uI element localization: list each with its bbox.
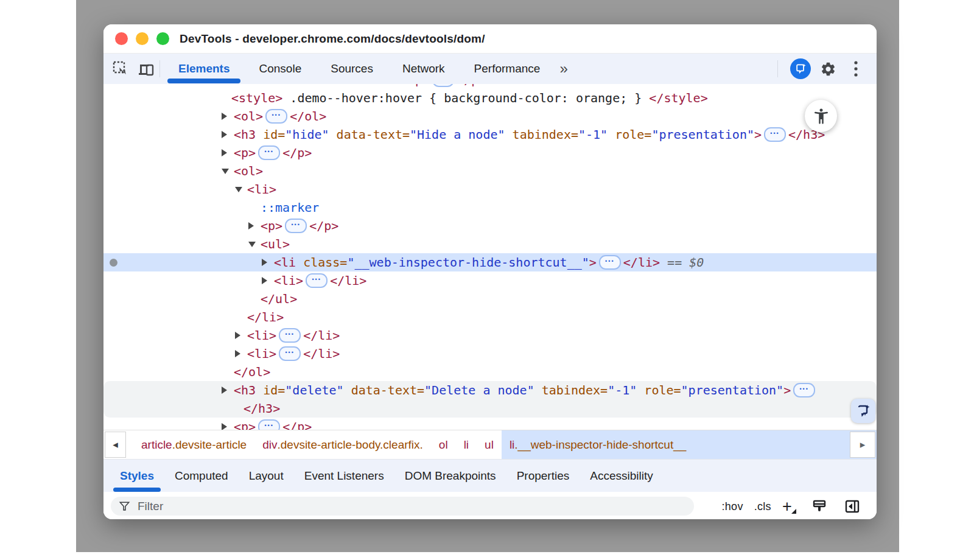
tab-network[interactable]: Network	[388, 54, 460, 84]
sidebar-tab-properties[interactable]: Properties	[506, 460, 580, 492]
collapsed-children-pill[interactable]: •••	[258, 145, 280, 160]
dom-tree-row[interactable]: <li class="__web-inspector-hide-shortcut…	[103, 253, 877, 271]
dom-tree-row[interactable]: <h3 id="delete" data-text="Delete a node…	[103, 381, 877, 399]
collapsed-children-pill[interactable]: •••	[265, 109, 287, 124]
code-tag: </p>	[309, 219, 338, 233]
dom-tree-row[interactable]: <li>•••</li>	[103, 326, 877, 345]
expand-arrow-icon[interactable]	[235, 350, 240, 357]
expand-arrow-icon[interactable]	[262, 259, 267, 266]
breadcrumb-item[interactable]: div.devsite-article-body.clearfix.	[254, 430, 431, 459]
expand-arrow-icon[interactable]	[222, 423, 227, 430]
zoom-window-button[interactable]	[156, 32, 169, 45]
breadcrumb-bar: ◂ article.devsite-articlediv.devsite-art…	[103, 430, 877, 459]
collapse-arrow-icon[interactable]	[222, 169, 229, 174]
tab-elements[interactable]: Elements	[164, 54, 244, 84]
sidebar-tab-dom-breakpoints[interactable]: DOM Breakpoints	[394, 460, 506, 492]
collapsed-children-pill[interactable]: •••	[279, 346, 301, 361]
accessibility-widget-button[interactable]	[805, 100, 837, 132]
expand-arrow-icon[interactable]	[248, 222, 254, 229]
collapse-arrow-icon[interactable]	[235, 187, 242, 192]
close-window-button[interactable]	[115, 32, 128, 45]
dom-tree-row[interactable]: </h3>	[103, 399, 877, 418]
settings-gear-icon[interactable]	[818, 59, 838, 79]
code-tag: </ul>	[261, 292, 297, 306]
breadcrumb-scroll-left-button[interactable]: ◂	[105, 432, 126, 458]
sidebar-tab-label: Styles	[120, 469, 154, 483]
breadcrumb-item[interactable]: ol	[431, 430, 456, 459]
code-tag: </style>	[649, 91, 707, 105]
expand-arrow-icon[interactable]	[262, 277, 267, 284]
dom-tree-row[interactable]: <ol>	[103, 162, 877, 180]
sidebar-tab-layout[interactable]: Layout	[239, 460, 294, 492]
filter-bar-right-group: :hov.cls+	[721, 497, 862, 516]
tab-console[interactable]: Console	[244, 54, 316, 84]
code-tag: <li>	[247, 182, 276, 197]
ellipsis-dots: •••	[307, 275, 326, 285]
collapsed-children-pill[interactable]: •••	[432, 84, 454, 87]
collapsed-children-pill[interactable]: •••	[285, 219, 307, 233]
breadcrumb-item[interactable]: li	[456, 430, 477, 459]
code-val: "Delete a node"	[424, 383, 534, 397]
breadcrumb-item[interactable]: li.__web-inspector-hide-shortcut__	[502, 430, 694, 459]
collapse-arrow-icon[interactable]	[248, 242, 256, 247]
traffic-lights	[115, 32, 169, 45]
dom-tree-row[interactable]: ::marker	[103, 198, 877, 217]
code-tag: <li>	[247, 346, 276, 361]
kebab-menu-icon[interactable]	[846, 59, 866, 79]
dom-tree-row[interactable]: <li>	[103, 180, 877, 198]
dom-rows: <p>•••</p><style> .demo--hover:hover { b…	[103, 84, 877, 430]
collapsed-children-pill[interactable]: •••	[764, 127, 786, 142]
inspect-element-icon[interactable]	[111, 59, 130, 79]
expand-arrow-icon[interactable]	[235, 332, 240, 339]
dom-tree-row[interactable]: <p>•••</p>	[103, 418, 877, 430]
toggle-cls[interactable]: .cls	[754, 500, 771, 513]
device-toolbar-icon[interactable]	[136, 59, 156, 79]
collapsed-children-pill[interactable]: •••	[258, 419, 280, 431]
dom-tree-row[interactable]: <ul>	[103, 235, 877, 253]
code-val: "-1"	[608, 383, 637, 397]
breadcrumb: article.devsite-articlediv.devsite-artic…	[133, 430, 877, 459]
tab-sources[interactable]: Sources	[316, 54, 388, 84]
sidebar-tab-styles[interactable]: Styles	[110, 460, 164, 492]
expand-arrow-icon[interactable]	[222, 387, 227, 394]
expand-arrow-icon[interactable]	[222, 131, 227, 138]
expand-arrow-icon[interactable]	[222, 149, 227, 156]
breadcrumb-item[interactable]: ul	[477, 430, 502, 459]
paint-brush-icon[interactable]	[810, 497, 829, 516]
toggle-hov[interactable]: :hov	[721, 500, 743, 513]
ellipsis-dots: •••	[286, 220, 306, 230]
sidebar-tab-event-listeners[interactable]: Event Listeners	[294, 460, 394, 492]
collapsed-children-pill[interactable]: •••	[793, 383, 815, 397]
filter-toggles: :hov.cls+	[721, 500, 796, 513]
collapsed-children-pill[interactable]: •••	[279, 328, 301, 343]
minimize-window-button[interactable]	[136, 32, 149, 45]
code-val: "__web-inspector-hide-shortcut__"	[347, 255, 589, 270]
dom-tree-row[interactable]: </ol>	[103, 363, 877, 381]
dom-tree-row[interactable]: <ol>•••</ol>	[103, 107, 877, 125]
dom-tree-row[interactable]: <li>•••</li>	[103, 345, 877, 363]
breadcrumb-scroll-right-button[interactable]: ▸	[850, 432, 875, 458]
dom-tree-row[interactable]: <p>•••</p>	[103, 84, 877, 89]
dom-tree-row[interactable]: </li>	[103, 308, 877, 326]
expand-arrow-icon[interactable]	[222, 113, 227, 120]
styles-filter-input[interactable]	[136, 499, 656, 514]
more-tabs-icon[interactable]: »	[555, 60, 571, 77]
dom-tree-row[interactable]: <h3 id="hide" data-text="Hide a node" ta…	[103, 125, 877, 144]
tab-performance[interactable]: Performance	[460, 54, 555, 84]
sidebar-tab-computed[interactable]: Computed	[164, 460, 239, 492]
dom-tree-row[interactable]: <style> .demo--hover:hover { background-…	[103, 89, 877, 107]
new-style-rule-button[interactable]: +	[782, 500, 796, 513]
sidebar-tab-accessibility[interactable]: Accessibility	[580, 460, 663, 492]
dom-tree-row[interactable]: <p>•••</p>	[103, 217, 877, 235]
collapsed-children-pill[interactable]: •••	[306, 273, 328, 288]
breadcrumb-item[interactable]: article.devsite-article	[133, 430, 254, 459]
toggle-sidebar-icon[interactable]	[843, 497, 862, 516]
dom-tree-row[interactable]: </ul>	[103, 290, 877, 308]
dom-tree-row[interactable]: <li>•••</li>	[103, 271, 877, 290]
collapsed-children-pill[interactable]: •••	[599, 255, 621, 270]
ai-assistance-corner-button[interactable]	[851, 399, 875, 423]
active-tab-underline	[113, 488, 161, 492]
ai-assistance-icon[interactable]	[790, 58, 811, 79]
dom-tree-row[interactable]: <p>•••</p>	[103, 144, 877, 162]
code-attr: tabindex=	[534, 383, 608, 397]
